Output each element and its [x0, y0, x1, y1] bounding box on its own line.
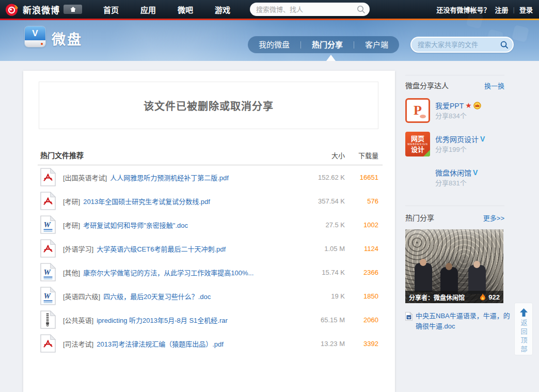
crowd-figures [415, 263, 432, 292]
avatar[interactable]: 网页 WEBDESIGN 设计 [405, 132, 430, 156]
deleted-file-notice: 该文件已被删除或取消分享 [39, 82, 378, 129]
top-nav-menu: 首页 应用 微吧 游戏 [103, 0, 230, 19]
search-icon[interactable] [356, 5, 366, 14]
file-link[interactable]: 大学英语六级CET6考前最后二十天冲刺.pdf [97, 244, 288, 254]
file-size: 65.15 M [288, 316, 345, 324]
file-category: [考研] [63, 220, 80, 230]
tab-hot-shares[interactable]: 热门分享 [301, 36, 354, 53]
avatar[interactable] [405, 165, 430, 190]
svg-text:W: W [407, 316, 411, 319]
file-category: [出国英语考试] [63, 173, 107, 182]
experts-title: 微盘分享达人 [405, 80, 484, 90]
user-info: 优秀网页设计 V 分享199个 [435, 132, 485, 156]
avatar[interactable]: P [405, 98, 430, 123]
back-to-top-label: 返回顶部 [519, 319, 529, 354]
hot-doc-row: W 中央五NBA牛逼语录，牛逼，的确很牛逼.doc [405, 311, 514, 332]
sidebar-divider [405, 206, 504, 206]
file-link[interactable]: ipredicting 听力2013年5月-8月 S1全机经.rar [97, 315, 288, 325]
file-link[interactable]: 2013年全国硕士研究生考试复试分数线.pdf [83, 196, 288, 206]
weibo-search-box [250, 3, 370, 16]
shuffle-link[interactable]: 换一换 [484, 81, 504, 90]
file-size: 13.23 M [288, 340, 345, 348]
crowd-faces [420, 259, 426, 266]
file-size: 1.05 M [288, 245, 345, 253]
file-category: [英语四六级] [63, 291, 100, 301]
weipan-logo-letter: V [25, 26, 45, 40]
user-name-link[interactable]: 微盘休闲馆 [435, 167, 471, 178]
file-category: [公共英语] [63, 315, 93, 325]
svg-text:W: W [44, 292, 52, 300]
user-name-link[interactable]: 优秀网页设计 [435, 134, 479, 144]
file-downloads: 2060 [345, 316, 378, 324]
share-count: 分享199个 [435, 146, 467, 153]
nav-item-apps[interactable]: 应用 [140, 4, 156, 15]
active-tab-pointer [326, 55, 336, 61]
list-title: 热门文件推荐 [40, 150, 288, 160]
file-link[interactable]: 康奈尔大学做笔记的方法，从此学习工作效率提高100%... [83, 268, 288, 277]
table-row: W [英语四六级] 四六级，最后20天复习些什么？.doc 19 K 1850 [23, 284, 395, 308]
file-link[interactable]: 人人网雅思听力预测机经补丁第二版.pdf [110, 173, 288, 182]
user-info: 我爱PPT ★ 分享834个 [435, 98, 481, 123]
hot-share-image[interactable]: 分享者：微盘休闲馆 922 [405, 229, 503, 303]
table-row: [公共英语] ipredicting 听力2013年5月-8月 S1全机经.ra… [23, 308, 395, 332]
hot-doc-link[interactable]: 中央五NBA牛逼语录，牛逼，的确很牛逼.doc [416, 311, 514, 332]
list-item: 网页 WEBDESIGN 设计 优秀网页设计 V 分享199个 [405, 132, 504, 156]
experts-section-header: 微盘分享达人 换一换 [405, 75, 504, 90]
file-category: [司法考试] [63, 339, 93, 349]
file-search-input[interactable] [418, 41, 500, 49]
weipan-logo-icon[interactable]: V [25, 26, 45, 47]
hot-file-list: 热门文件推荐 大小 下载量 [出国英语考试] 人人网雅思听力预测机经补丁第二版.… [23, 147, 395, 355]
file-link[interactable]: 四六级，最后20天复习些什么？.doc [103, 291, 288, 301]
account-separator: | [513, 6, 515, 13]
weibo-search-input[interactable] [256, 6, 356, 13]
image-caption-bar: 分享者：微盘休闲馆 922 [405, 291, 503, 303]
more-link[interactable]: 更多>> [483, 213, 504, 223]
svg-text:W: W [44, 268, 52, 276]
table-row: [司法考试] 2013司考法律法规汇编（猿题库出品）.pdf 13.23 M 3… [23, 332, 395, 355]
banner-tab-bar: 我的微盘 热门分享 客户端 [248, 36, 399, 53]
weipan-page: 新浪微博 首页 应用 微吧 游戏 还没有微博帐号？ 注册 | 登录 [0, 0, 539, 392]
file-downloads: 1124 [345, 245, 378, 253]
file-link[interactable]: 考研复试如何和导师"亲密接触".doc [83, 220, 288, 230]
share-count: 分享834个 [435, 112, 467, 120]
file-downloads: 3392 [345, 340, 378, 348]
file-downloads: 576 [345, 197, 378, 205]
file-size: 19 K [288, 292, 345, 300]
search-icon[interactable] [500, 40, 509, 49]
file-category: [其他] [63, 268, 80, 277]
app-title: 微盘 [52, 28, 83, 49]
hot-count: 922 [488, 293, 500, 301]
arrow-up-icon [519, 308, 528, 317]
avatar-text: 设计 [411, 146, 424, 153]
file-size: 15.74 K [288, 269, 345, 276]
pdf-file-icon [40, 192, 56, 210]
file-size: 27.5 K [288, 221, 345, 229]
home-icon [70, 6, 76, 12]
weibo-brand-name: 新浪微博 [23, 3, 60, 16]
home-button[interactable] [64, 5, 82, 14]
nav-item-games[interactable]: 游戏 [215, 4, 230, 15]
file-downloads: 1002 [345, 221, 378, 229]
login-link[interactable]: 登录 [519, 5, 533, 14]
weibo-brand[interactable]: 新浪微博 [5, 0, 82, 19]
word-file-icon: W [405, 312, 413, 332]
word-file-icon: W [40, 263, 56, 281]
rar-file-icon [40, 310, 56, 329]
table-row: [考研] 2013年全国硕士研究生考试复试分数线.pdf 357.54 K 57… [23, 189, 395, 213]
hot-shares-title: 热门分享 [405, 212, 483, 223]
nav-item-weiba[interactable]: 微吧 [178, 4, 193, 15]
main-panel: 该文件已被删除或取消分享 热门文件推荐 大小 下载量 [出国英语考试] 人人网雅… [23, 71, 395, 392]
tab-client[interactable]: 客户端 [354, 36, 399, 53]
list-header: 热门文件推荐 大小 下载量 [23, 147, 395, 163]
nav-item-home[interactable]: 首页 [103, 4, 119, 15]
file-link[interactable]: 2013司考法律法规汇编（猿题库出品）.pdf [97, 339, 288, 349]
user-name-link[interactable]: 我爱PPT [435, 100, 464, 111]
drive-led-dot [41, 43, 43, 45]
pdf-file-icon [40, 334, 56, 353]
share-count: 分享831个 [435, 179, 467, 187]
crown-badge-icon [473, 102, 481, 109]
back-to-top-button[interactable]: 返回顶部 [514, 303, 533, 355]
file-size: 152.62 K [288, 174, 345, 181]
tab-my-weipan[interactable]: 我的微盘 [248, 36, 300, 53]
register-link[interactable]: 注册 [495, 5, 509, 14]
